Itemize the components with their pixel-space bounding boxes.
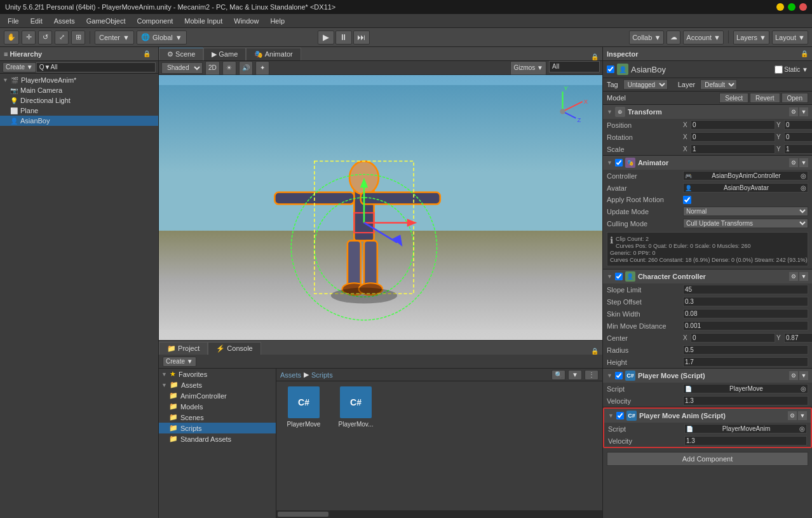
path-scripts[interactable]: Scripts (311, 371, 333, 379)
hierarchy-item-playermoveanim[interactable]: ▼ 🎬 PlayerMoveAnim* (0, 75, 158, 85)
tab-scene[interactable]: ⚙ Scene (159, 48, 203, 60)
inspector-lock-icon[interactable]: 🔒 (801, 50, 808, 57)
scene-light-button[interactable]: ☀ (222, 61, 236, 75)
layout-button[interactable]: Layout ▼ (772, 31, 808, 44)
layer-dropdown[interactable]: Default (700, 79, 737, 90)
position-x-input[interactable] (691, 120, 775, 130)
sidebar-standard-assets[interactable]: 📁 Standard Assets (159, 433, 276, 444)
tab-game[interactable]: ▶ Game (203, 48, 246, 60)
hierarchy-item-maincamera[interactable]: 📷 Main Camera (0, 85, 158, 95)
culling-mode-dropdown[interactable]: Cull Update Transforms (683, 219, 808, 228)
account-button[interactable]: Account ▼ (683, 31, 724, 44)
menu-gameobject[interactable]: GameObject (81, 16, 131, 26)
2d-button[interactable]: 2D (205, 61, 220, 75)
transform-menu-button[interactable]: ▼ (799, 107, 808, 116)
shaded-dropdown[interactable]: Shaded (161, 62, 203, 74)
sidebar-animcontroller[interactable]: 📁 AnimController (159, 390, 276, 401)
assets-search-button[interactable]: 🔍 (551, 370, 565, 380)
animator-enabled-checkbox[interactable] (615, 159, 623, 167)
pma-settings-button[interactable]: ⚙ (788, 411, 797, 420)
static-toggle[interactable]: Static ▼ (775, 65, 808, 74)
assets-menu-button[interactable]: ⋮ (585, 370, 599, 380)
hierarchy-create-button[interactable]: Create ▼ (3, 62, 36, 72)
hierarchy-lock[interactable]: 🔒 (139, 47, 154, 61)
cc-menu-button[interactable]: ▼ (799, 272, 808, 281)
pm-script-circle[interactable]: ◎ (801, 385, 806, 392)
play-button[interactable]: ▶ (318, 31, 334, 44)
sidebar-favorites[interactable]: ▼ ★ Favorites (159, 369, 276, 379)
animator-header[interactable]: ▼ 🎭 Animator ⚙ ▼ (603, 156, 812, 170)
static-checkbox[interactable] (775, 65, 783, 74)
bottom-lock-icon[interactable]: 🔒 (591, 348, 599, 355)
tab-animator[interactable]: 🎭 Animator (246, 48, 301, 60)
tab-console[interactable]: ⚡ Console (208, 342, 261, 355)
pm-menu-button[interactable]: ▼ (799, 371, 808, 380)
scene-audio-button[interactable]: 🔊 (239, 61, 253, 75)
pma-script-value[interactable]: 📄 PlayerMoveAnim ◎ (684, 424, 807, 433)
object-enabled-checkbox[interactable] (607, 65, 614, 73)
close-button[interactable] (799, 3, 807, 11)
step-button[interactable]: ⏭ (353, 31, 370, 44)
pause-button[interactable]: ⏸ (335, 31, 352, 44)
rotation-y-input[interactable] (784, 132, 812, 142)
transform-settings-button[interactable]: ⚙ (789, 107, 798, 116)
position-y-input[interactable] (784, 120, 812, 130)
global-dropdown[interactable]: 🌐 Global ▼ (137, 31, 187, 44)
scene-fx-button[interactable]: ✦ (255, 61, 269, 75)
menu-edit[interactable]: Edit (25, 16, 48, 26)
path-assets[interactable]: Assets (280, 371, 301, 379)
hierarchy-search-input[interactable] (36, 62, 156, 72)
animator-menu-button[interactable]: ▼ (799, 158, 808, 167)
animator-settings-button[interactable]: ⚙ (789, 158, 798, 167)
controller-circle[interactable]: ◎ (801, 172, 806, 179)
scale-y-input[interactable] (784, 144, 812, 154)
menu-file[interactable]: File (3, 16, 24, 26)
menu-help[interactable]: Help (265, 16, 290, 26)
tag-dropdown[interactable]: Untagged (623, 79, 668, 90)
sidebar-scripts[interactable]: 📁 Scripts (159, 423, 276, 433)
menu-component[interactable]: Component (132, 16, 178, 26)
slope-limit-input[interactable] (683, 285, 808, 294)
collab-button[interactable]: Collab ▼ (629, 31, 664, 44)
select-button[interactable]: Select (719, 93, 748, 103)
tool-scale[interactable]: ⤢ (55, 31, 69, 44)
pm-enabled-checkbox[interactable] (615, 372, 623, 379)
maximize-button[interactable] (788, 3, 795, 11)
cloud-button[interactable]: ☁ (667, 31, 680, 44)
controller-value[interactable]: 🎮 AsianBoyAnimController ◎ (683, 171, 808, 181)
scene-search-input[interactable] (549, 61, 600, 72)
tool-hand[interactable]: ✋ (4, 31, 19, 44)
pma-enabled-checkbox[interactable] (616, 412, 624, 419)
asset-playermovaim[interactable]: C# PlayerMov... (334, 386, 378, 428)
pma-script-circle[interactable]: ◎ (799, 425, 805, 432)
hierarchy-item-light[interactable]: 💡 Directional Light (0, 95, 158, 106)
player-move-header[interactable]: ▼ C# Player Move (Script) ⚙ ▼ (603, 369, 812, 383)
open-button[interactable]: Open (782, 93, 808, 103)
rotation-x-input[interactable] (691, 132, 775, 142)
pm-velocity-input[interactable] (683, 396, 808, 406)
avatar-value[interactable]: 👤 AsianBoyAvatar ◎ (683, 183, 808, 193)
apply-root-motion-checkbox[interactable] (683, 196, 691, 204)
gizmos-dropdown[interactable]: Gizmos ▼ (510, 61, 546, 75)
center-dropdown[interactable]: Center ▼ (95, 31, 134, 44)
layers-button[interactable]: Layers ▼ (733, 31, 769, 44)
project-create-button[interactable]: Create ▼ (163, 357, 196, 367)
min-move-dist-input[interactable] (683, 321, 808, 331)
tool-move[interactable]: ✛ (22, 31, 36, 44)
add-component-button[interactable]: Add Component (607, 452, 808, 466)
assets-filter-button[interactable]: ▼ (568, 370, 582, 380)
menu-assets[interactable]: Assets (49, 16, 80, 26)
radius-input[interactable] (683, 345, 808, 355)
center-x-input[interactable] (691, 333, 775, 343)
cc-settings-button[interactable]: ⚙ (789, 272, 798, 281)
cc-enabled-checkbox[interactable] (615, 273, 623, 280)
sidebar-scenes[interactable]: 📁 Scenes (159, 412, 276, 423)
pma-menu-button[interactable]: ▼ (798, 411, 807, 420)
step-offset-input[interactable] (683, 297, 808, 306)
scale-x-input[interactable] (691, 144, 775, 154)
hierarchy-item-plane[interactable]: ⬜ Plane (0, 106, 158, 116)
pma-velocity-input[interactable] (684, 436, 807, 446)
sidebar-models[interactable]: 📁 Models (159, 401, 276, 412)
pm-script-value[interactable]: 📄 PlayerMove ◎ (683, 384, 808, 393)
scene-lock-icon[interactable]: 🔒 (591, 53, 599, 60)
